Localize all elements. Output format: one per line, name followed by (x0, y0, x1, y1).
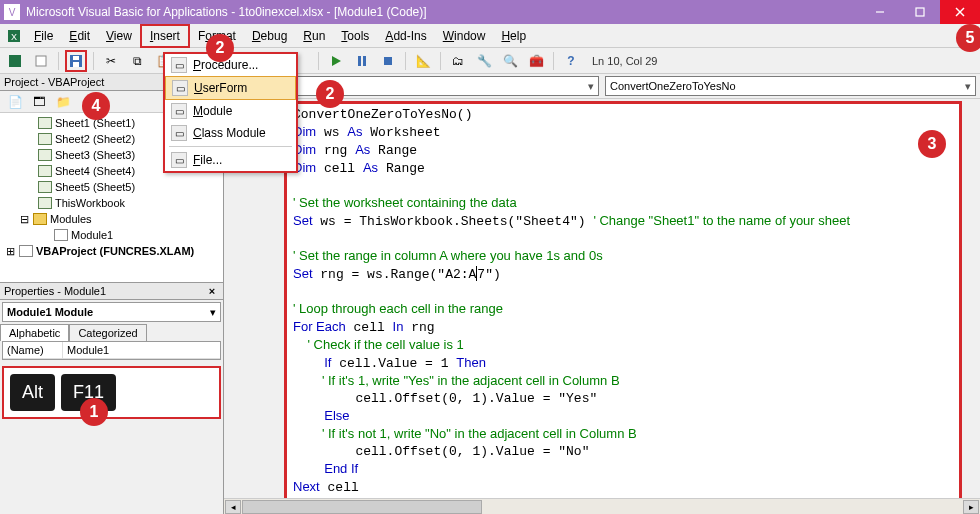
menu-tools[interactable]: Tools (333, 26, 377, 46)
run-icon[interactable] (325, 50, 347, 72)
horizontal-scrollbar[interactable]: ◂ ▸ (224, 498, 980, 514)
folder-toggle-icon[interactable]: 📁 (52, 91, 74, 113)
toolbox-icon[interactable]: 🧰 (525, 50, 547, 72)
properties-window-icon[interactable]: 🔧 (473, 50, 495, 72)
insert-item-icon[interactable] (30, 50, 52, 72)
sheet-icon (38, 133, 52, 145)
tree-sheet[interactable]: Sheet5 (Sheet5) (55, 179, 135, 195)
annotation-callout: 3 (918, 130, 946, 158)
tree-sheet[interactable]: Sheet4 (Sheet4) (55, 163, 135, 179)
sheet-icon (38, 181, 52, 193)
menu-window[interactable]: Window (435, 26, 494, 46)
window-title: Microsoft Visual Basic for Applications … (26, 5, 860, 19)
svg-rect-14 (384, 57, 392, 65)
key-alt: Alt (10, 374, 55, 411)
svg-rect-12 (358, 56, 361, 66)
code-editor[interactable]: ConvertOneZeroToYesNo() Dim ws As Worksh… (284, 101, 962, 504)
menu-view[interactable]: View (98, 26, 140, 46)
property-row: (Name) Module1 (3, 342, 220, 359)
insert-menu-item[interactable]: ▭UserForm (165, 76, 296, 100)
svg-rect-10 (73, 62, 79, 67)
help-icon[interactable]: ? (560, 50, 582, 72)
menu-insert[interactable]: Insert (140, 24, 190, 48)
tree-sheet[interactable]: Sheet2 (Sheet2) (55, 131, 135, 147)
svg-rect-9 (73, 56, 79, 60)
copy-icon[interactable]: ⧉ (126, 50, 148, 72)
tree-funcres[interactable]: VBAProject (FUNCRES.XLAM) (36, 243, 194, 259)
app-icon: V (4, 4, 20, 20)
stop-icon[interactable] (377, 50, 399, 72)
sheet-icon (38, 149, 52, 161)
cut-icon[interactable]: ✂ (100, 50, 122, 72)
menu-run[interactable]: Run (295, 26, 333, 46)
tab-categorized[interactable]: Categorized (69, 324, 146, 341)
sheet-icon (38, 165, 52, 177)
menu-item-icon: ▭ (172, 80, 188, 96)
menubar: X File Edit View Insert Format Debug Run… (0, 24, 980, 48)
scroll-right-icon[interactable]: ▸ (963, 500, 979, 514)
module-icon (54, 229, 68, 241)
properties-panel: Properties - Module1 × Module1 Module ▾ … (0, 283, 223, 514)
object-browser-icon[interactable]: 🔍 (499, 50, 521, 72)
project-explorer-icon[interactable]: 🗂 (447, 50, 469, 72)
annotation-callout: 5 (956, 24, 980, 52)
properties-panel-close-icon[interactable]: × (205, 285, 219, 297)
insert-menu-item[interactable]: ▭Class Module (165, 122, 296, 144)
code-pane: ConvertOneZeroToYesNo ConvertOneZeroToYe… (224, 74, 980, 514)
insert-menu-item[interactable]: ▭Module (165, 100, 296, 122)
project-panel-title: Project - VBAProject (4, 76, 104, 88)
tree-sheet[interactable]: Sheet3 (Sheet3) (55, 147, 135, 163)
menu-item-icon: ▭ (171, 152, 187, 168)
properties-object-combo[interactable]: Module1 Module ▾ (2, 302, 221, 322)
menu-help[interactable]: Help (493, 26, 534, 46)
menu-item-icon: ▭ (171, 125, 187, 141)
folder-icon (33, 213, 47, 225)
menu-file[interactable]: File (26, 26, 61, 46)
scroll-left-icon[interactable]: ◂ (225, 500, 241, 514)
view-code-icon[interactable]: 📄 (4, 91, 26, 113)
design-icon[interactable]: 📐 (412, 50, 434, 72)
insert-menu-item[interactable]: ▭Procedure... (165, 54, 296, 76)
annotation-callout: 4 (82, 92, 110, 120)
annotation-callout: 2 (206, 34, 234, 62)
svg-rect-6 (9, 55, 21, 67)
minimize-button[interactable] (860, 0, 900, 24)
view-excel-icon[interactable] (4, 50, 26, 72)
titlebar: V Microsoft Visual Basic for Application… (0, 0, 980, 24)
properties-panel-title: Properties - Module1 (4, 285, 106, 297)
menu-item-icon: ▭ (171, 57, 187, 73)
workbook-icon (38, 197, 52, 209)
menu-addins[interactable]: Add-Ins (377, 26, 434, 46)
tree-thisworkbook[interactable]: ThisWorkbook (55, 195, 125, 211)
svg-text:X: X (11, 32, 17, 42)
insert-menu-item[interactable]: ▭File... (165, 149, 296, 171)
cursor-position: Ln 10, Col 29 (592, 55, 657, 67)
properties-panel-header: Properties - Module1 × (0, 283, 223, 300)
properties-grid[interactable]: (Name) Module1 (2, 341, 221, 360)
tree-modules-folder[interactable]: Modules (50, 211, 92, 227)
sheet-icon (38, 117, 52, 129)
tree-module1[interactable]: Module1 (71, 227, 113, 243)
maximize-button[interactable] (900, 0, 940, 24)
pause-icon[interactable] (351, 50, 373, 72)
svg-rect-13 (363, 56, 366, 66)
annotation-callout: 1 (80, 398, 108, 426)
close-button[interactable] (940, 0, 980, 24)
property-name-value[interactable]: Module1 (63, 342, 113, 358)
excel-icon: X (6, 28, 22, 44)
menu-debug[interactable]: Debug (244, 26, 295, 46)
property-name-label: (Name) (3, 342, 63, 358)
insert-menu-dropdown: ▭Procedure...▭UserForm▭Module▭Class Modu… (163, 52, 298, 173)
svg-rect-1 (916, 8, 924, 16)
save-icon[interactable] (65, 50, 87, 72)
svg-marker-11 (332, 56, 341, 66)
svg-rect-7 (36, 56, 46, 66)
menu-edit[interactable]: Edit (61, 26, 98, 46)
annotation-callout: 2 (316, 80, 344, 108)
scroll-thumb[interactable] (242, 500, 482, 514)
procedure-combo[interactable]: ConvertOneZeroToYesNo (605, 76, 976, 96)
tab-alphabetic[interactable]: Alphabetic (0, 324, 69, 341)
toolbar: ✂ ⧉ 📋 📐 🗂 🔧 🔍 🧰 ? Ln 10, Col 29 (0, 48, 980, 74)
shortcut-illustration: Alt F11 (2, 366, 221, 419)
view-object-icon[interactable]: 🗔 (28, 91, 50, 113)
